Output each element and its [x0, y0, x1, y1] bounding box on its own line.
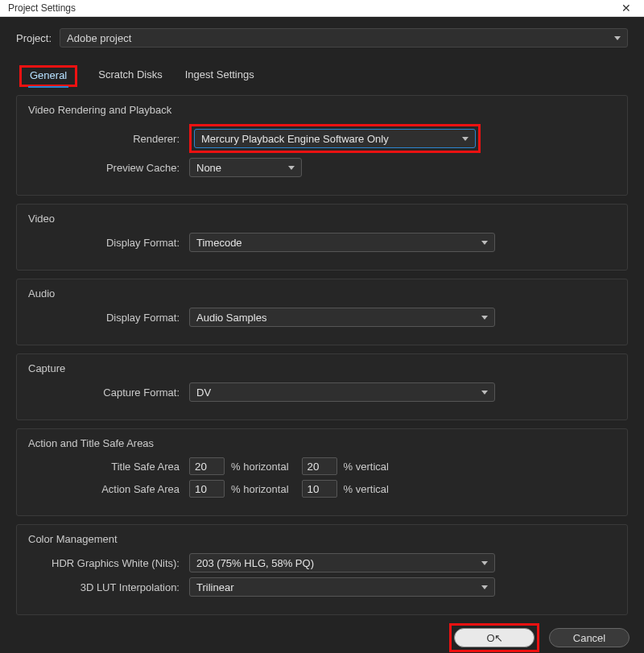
- video-format-value: Timecode: [196, 237, 242, 249]
- renderer-value: Mercury Playback Engine Software Only: [201, 133, 389, 145]
- pct-vertical-label: % vertical: [344, 461, 389, 473]
- capture-format-label: Capture Format:: [28, 386, 189, 399]
- audio-format-value: Audio Samples: [196, 312, 266, 324]
- project-select-value: Adobe project: [67, 32, 131, 44]
- section-color-title: Color Management: [28, 533, 616, 545]
- section-audio: Audio Display Format: Audio Samples: [16, 279, 628, 345]
- lut-interp-value: Trilinear: [196, 581, 233, 593]
- title-safe-v-input[interactable]: [302, 457, 337, 475]
- section-safe-title: Action and Title Safe Areas: [28, 437, 616, 449]
- hdr-white-label: HDR Graphics White (Nits):: [28, 557, 189, 569]
- chevron-down-icon: [481, 561, 488, 565]
- capture-format-select[interactable]: DV: [189, 382, 495, 402]
- project-select[interactable]: Adobe project: [60, 28, 628, 48]
- tab-scratch-disks[interactable]: Scratch Disks: [97, 65, 163, 87]
- preview-cache-value: None: [196, 162, 221, 174]
- cancel-button[interactable]: Cancel: [549, 628, 630, 647]
- video-format-label: Display Format:: [28, 237, 189, 249]
- capture-format-value: DV: [196, 386, 211, 399]
- section-rendering-title: Video Rendering and Playback: [28, 104, 616, 116]
- dialog-body: Project: Adobe project General Scratch D…: [0, 17, 644, 653]
- action-safe-h-input[interactable]: [189, 480, 225, 498]
- preview-cache-select[interactable]: None: [189, 158, 302, 177]
- chevron-down-icon: [481, 241, 488, 245]
- project-settings-dialog: Project Settings ✕ Project: Adobe projec…: [0, 0, 644, 653]
- highlight-ok: O↖: [449, 623, 539, 652]
- dialog-footer: O↖ Cancel: [0, 615, 644, 653]
- title-safe-h-input[interactable]: [189, 457, 225, 475]
- audio-format-select[interactable]: Audio Samples: [189, 308, 495, 327]
- titlebar: Project Settings ✕: [0, 0, 644, 17]
- action-safe-v-input[interactable]: [302, 480, 337, 498]
- section-color-management: Color Management HDR Graphics White (Nit…: [16, 524, 628, 615]
- audio-format-label: Display Format:: [28, 312, 189, 324]
- pct-horizontal-label: % horizontal: [231, 461, 289, 473]
- ok-button[interactable]: O↖: [454, 628, 535, 647]
- video-format-select[interactable]: Timecode: [189, 233, 495, 252]
- cursor-icon: O↖: [486, 632, 502, 644]
- tab-ingest-settings[interactable]: Ingest Settings: [184, 65, 256, 87]
- action-safe-label: Action Safe Area: [28, 483, 189, 495]
- section-capture: Capture Capture Format: DV: [16, 353, 628, 420]
- title-safe-label: Title Safe Area: [28, 461, 189, 473]
- renderer-select[interactable]: Mercury Playback Engine Software Only: [194, 129, 476, 148]
- chevron-down-icon: [481, 391, 488, 395]
- section-safe-areas: Action and Title Safe Areas Title Safe A…: [16, 428, 628, 516]
- renderer-label: Renderer:: [28, 133, 189, 145]
- lut-interp-label: 3D LUT Interpolation:: [28, 581, 189, 593]
- chevron-down-icon: [462, 137, 469, 141]
- project-row: Project: Adobe project: [0, 17, 644, 54]
- chevron-down-icon: [481, 316, 488, 320]
- highlight-renderer: Mercury Playback Engine Software Only: [189, 124, 481, 153]
- close-icon[interactable]: ✕: [617, 0, 636, 16]
- chevron-down-icon: [481, 585, 488, 589]
- section-audio-title: Audio: [28, 287, 616, 300]
- section-video-title: Video: [28, 213, 616, 225]
- hdr-white-value: 203 (75% HLG, 58% PQ): [196, 557, 314, 569]
- tabs: General Scratch Disks Ingest Settings: [0, 54, 644, 87]
- section-video: Video Display Format: Timecode: [16, 204, 628, 271]
- window-title: Project Settings: [8, 2, 76, 14]
- highlight-general-tab: General: [19, 65, 77, 87]
- tab-general[interactable]: General: [28, 66, 68, 88]
- lut-interp-select[interactable]: Trilinear: [189, 577, 495, 597]
- pct-horizontal-label: % horizontal: [231, 483, 289, 495]
- preview-cache-label: Preview Cache:: [28, 162, 189, 174]
- section-rendering: Video Rendering and Playback Renderer: M…: [16, 95, 628, 196]
- chevron-down-icon: [614, 36, 621, 40]
- hdr-white-select[interactable]: 203 (75% HLG, 58% PQ): [189, 553, 495, 572]
- chevron-down-icon: [288, 166, 295, 170]
- pct-vertical-label: % vertical: [344, 483, 389, 495]
- project-label: Project:: [16, 32, 52, 44]
- section-capture-title: Capture: [28, 362, 616, 374]
